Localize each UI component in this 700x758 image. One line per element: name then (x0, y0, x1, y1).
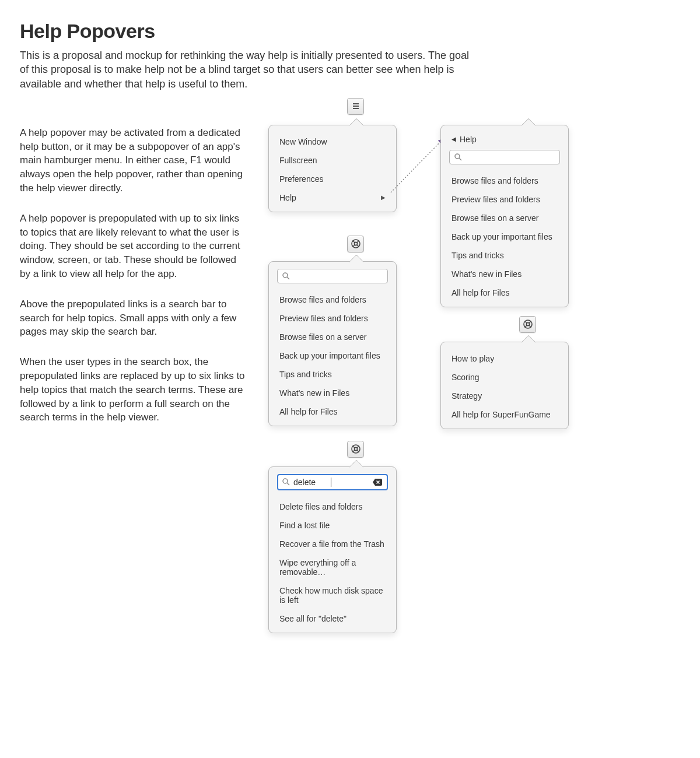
help-topic-label: All help for Files (452, 288, 510, 297)
help-button[interactable] (519, 316, 536, 333)
see-all-results-link[interactable]: See all for "delete" (277, 609, 388, 628)
menu-item-new-window[interactable]: New Window (277, 132, 388, 151)
clear-search-button[interactable] (372, 478, 383, 487)
help-topic-link[interactable]: Preview files and folders (449, 190, 560, 209)
help-topic-label: Preview files and folders (452, 195, 540, 204)
search-icon (282, 272, 290, 280)
help-topic-label: Browse files on a server (452, 213, 538, 223)
menu-item-fullscreen[interactable]: Fullscreen (277, 151, 388, 170)
lifebuoy-icon (523, 320, 533, 329)
paragraph-1: A help popover may be activated from a d… (20, 126, 247, 195)
svg-point-4 (455, 154, 460, 159)
menu-item-label: Fullscreen (279, 156, 317, 165)
help-button[interactable] (347, 441, 364, 458)
search-result-link[interactable]: Delete files and folders (277, 497, 388, 516)
search-icon (282, 478, 290, 486)
help-topic-label: Browse files and folders (279, 295, 366, 304)
svg-rect-1 (353, 106, 359, 107)
search-result-label: Delete files and folders (279, 502, 362, 511)
help-topic-link[interactable]: Browse files and folders (449, 171, 560, 190)
help-topic-link[interactable]: Preview files and folders (277, 309, 388, 328)
lifebuoy-icon (351, 239, 360, 248)
chevron-left-icon: ◀ (452, 136, 456, 142)
hamburger-menu-popover: New Window Fullscreen Preferences Help ▶ (268, 125, 397, 212)
page-title: Help Popovers (20, 20, 680, 43)
intro-text: This is a proposal and mockup for rethin… (20, 48, 481, 91)
svg-line-13 (287, 277, 289, 279)
help-topic-link[interactable]: What's new in Files (277, 384, 388, 402)
help-topic-link[interactable]: Strategy (449, 387, 560, 405)
search-result-label: Check how much disk space is left (279, 586, 386, 605)
svg-point-26 (283, 479, 288, 483)
paragraph-3: Above the prepopulated links is a search… (20, 297, 247, 339)
all-help-link[interactable]: All help for Files (277, 402, 388, 421)
svg-point-21 (354, 448, 357, 451)
hamburger-menu-button[interactable] (347, 98, 364, 115)
search-result-label: Find a lost file (279, 521, 330, 530)
svg-rect-2 (353, 108, 359, 109)
description-column: A help popover may be activated from a d… (20, 126, 247, 441)
help-topic-label: Preview files and folders (279, 314, 368, 323)
search-result-label: Recover a file from the Trash (279, 539, 384, 549)
svg-line-27 (287, 483, 289, 485)
menu-item-help[interactable]: Help ▶ (277, 188, 388, 207)
help-topic-link[interactable]: How to play (449, 349, 560, 368)
help-topic-link[interactable]: Browse files on a server (277, 328, 388, 346)
help-topic-link[interactable]: Browse files on a server (449, 209, 560, 227)
help-button[interactable] (347, 236, 364, 252)
search-result-link[interactable]: Recover a file from the Trash (277, 535, 388, 553)
text-caret (331, 478, 331, 487)
chevron-right-icon: ▶ (381, 194, 386, 201)
svg-line-5 (459, 158, 461, 160)
help-topic-label: Browse files on a server (279, 332, 366, 342)
help-topic-link[interactable]: Scoring (449, 368, 560, 387)
help-topic-label: How to play (452, 354, 494, 363)
menu-item-label: New Window (279, 137, 327, 146)
help-topic-label: All help for Files (279, 407, 338, 416)
sub-popover-back[interactable]: ◀ Help (449, 132, 560, 150)
help-topic-label: What's new in Files (452, 269, 522, 279)
help-topic-label: Tips and tricks (452, 251, 504, 260)
help-topic-link[interactable]: Back up your important files (449, 227, 560, 246)
svg-line-3 (391, 139, 443, 192)
help-search-input[interactable]: delete (277, 474, 388, 490)
menu-item-label: Preferences (279, 174, 323, 184)
help-topic-link[interactable]: Tips and tricks (449, 246, 560, 265)
paragraph-2: A help popover is prepopulated with up t… (20, 212, 247, 281)
clear-icon (373, 478, 382, 486)
svg-point-15 (526, 323, 529, 326)
search-result-link[interactable]: Check how much disk space is left (277, 581, 388, 609)
svg-rect-0 (353, 103, 359, 104)
help-topic-label: What's new in Files (279, 388, 349, 398)
help-topic-link[interactable]: Browse files and folders (277, 290, 388, 309)
help-topic-label: All help for SuperFunGame (452, 410, 551, 419)
paragraph-4: When the user types in the search box, t… (20, 355, 247, 424)
mockups-area: New Window Fullscreen Preferences Help ▶ (262, 126, 680, 651)
help-sub-popover: ◀ Help Browse files and folders Preview … (440, 125, 569, 307)
help-topic-link[interactable]: What's new in Files (449, 265, 560, 283)
svg-point-12 (283, 273, 288, 278)
help-topic-link[interactable]: Back up your important files (277, 346, 388, 365)
help-topic-label: Tips and tricks (279, 370, 332, 379)
help-popover-search: delete Delete files and folders Find (268, 466, 397, 633)
help-search-input[interactable] (277, 269, 388, 283)
help-popover-game: How to play Scoring Strategy All help fo… (440, 342, 569, 429)
sub-popover-back-label: Help (460, 135, 477, 144)
search-icon (454, 153, 462, 161)
help-topic-link[interactable]: Tips and tricks (277, 365, 388, 384)
lifebuoy-icon (351, 444, 360, 454)
help-search-input[interactable] (449, 150, 560, 164)
all-help-link[interactable]: All help for Files (449, 283, 560, 302)
svg-point-7 (354, 243, 357, 245)
search-result-link[interactable]: Find a lost file (277, 516, 388, 535)
search-result-label: See all for "delete" (279, 614, 346, 623)
help-topic-label: Back up your important files (452, 232, 552, 241)
menu-item-label: Help (279, 193, 296, 202)
menu-item-preferences[interactable]: Preferences (277, 170, 388, 188)
search-query-text: delete (293, 478, 327, 487)
hamburger-icon (352, 103, 360, 110)
help-topic-label: Back up your important files (279, 351, 380, 360)
help-topic-label: Strategy (452, 391, 482, 401)
search-result-link[interactable]: Wipe everything off a removable… (277, 553, 388, 581)
all-help-link[interactable]: All help for SuperFunGame (449, 405, 560, 424)
